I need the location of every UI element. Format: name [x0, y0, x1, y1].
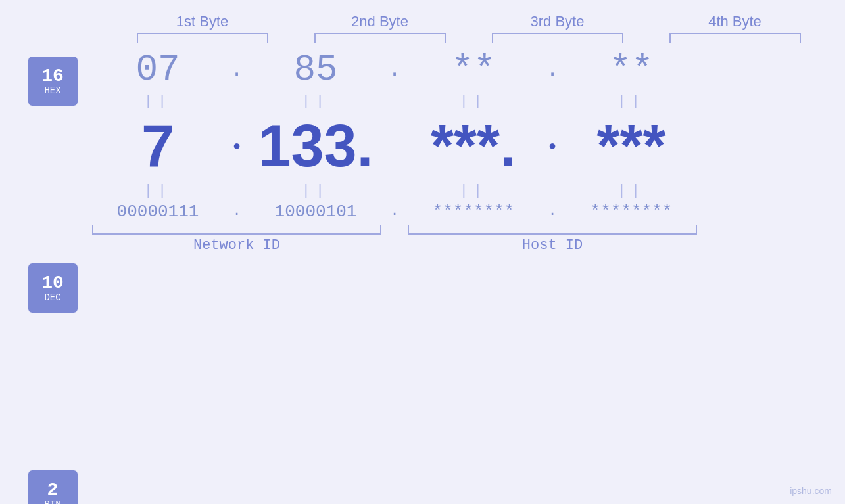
dec-b4: *** — [596, 113, 665, 179]
dot-hex-2: . — [381, 58, 408, 82]
bin-b4: ******** — [591, 202, 673, 221]
bottom-bracket-host — [408, 225, 697, 235]
hex-b4: ** — [609, 49, 653, 91]
hex-b1: 07 — [135, 49, 180, 91]
bracket-2 — [314, 33, 446, 43]
bracket-1 — [137, 33, 268, 43]
eq-1-b3: || — [408, 93, 539, 110]
dec-b2: 133. — [258, 113, 373, 179]
badge-hex-num: 16 — [41, 67, 64, 85]
dec-b1: 7 — [141, 113, 174, 179]
eq-2-b4: || — [566, 183, 697, 199]
footer: ipshu.com — [790, 486, 832, 496]
badge-bin-label: BIN — [44, 499, 60, 505]
byte-header-2: 2nd Byte — [314, 13, 446, 30]
dot-bin-3: . — [539, 203, 566, 219]
bin-b1: 00000111 — [117, 202, 199, 221]
badge-dec-num: 10 — [41, 274, 64, 292]
eq-2-b3: || — [408, 183, 539, 199]
main-container: 1st Byte 2nd Byte 3rd Byte 4th Byte 16 H… — [0, 0, 845, 504]
dot-hex-1: . — [224, 58, 250, 82]
badge-dec-label: DEC — [44, 292, 60, 303]
bin-b3: ******** — [433, 202, 515, 221]
badge-hex-label: HEX — [44, 85, 60, 96]
eq-1-b2: || — [250, 93, 381, 110]
dot-dec-3: ● — [539, 139, 566, 154]
dot-hex-3: . — [539, 58, 566, 82]
network-id-label: Network ID — [92, 237, 381, 254]
bracket-4 — [669, 33, 801, 43]
eq-2-b1: || — [92, 183, 224, 199]
byte-headers: 1st Byte 2nd Byte 3rd Byte 4th Byte — [107, 13, 831, 30]
host-id-label: Host ID — [408, 237, 697, 254]
dot-bin-1: . — [224, 203, 250, 219]
badge-dec: 10 DEC — [28, 263, 78, 313]
eq-1-b4: || — [566, 93, 697, 110]
dec-b3: ***. — [431, 113, 516, 179]
byte-header-1: 1st Byte — [137, 13, 268, 30]
bottom-bracket-network — [92, 225, 381, 235]
bracket-3 — [492, 33, 623, 43]
byte-header-3: 3rd Byte — [492, 13, 623, 30]
hex-b3: ** — [451, 49, 495, 91]
badge-bin-num: 2 — [47, 481, 59, 499]
badge-hex: 16 HEX — [28, 57, 78, 106]
eq-1-b1: || — [92, 93, 224, 110]
dot-bin-2: . — [381, 203, 408, 219]
eq-2-b2: || — [250, 183, 381, 199]
hex-b2: 85 — [293, 49, 337, 91]
badge-bin: 2 BIN — [28, 470, 78, 504]
byte-header-4: 4th Byte — [669, 13, 801, 30]
dot-dec-1: ● — [224, 139, 250, 154]
bin-b2: 10000101 — [275, 202, 357, 221]
